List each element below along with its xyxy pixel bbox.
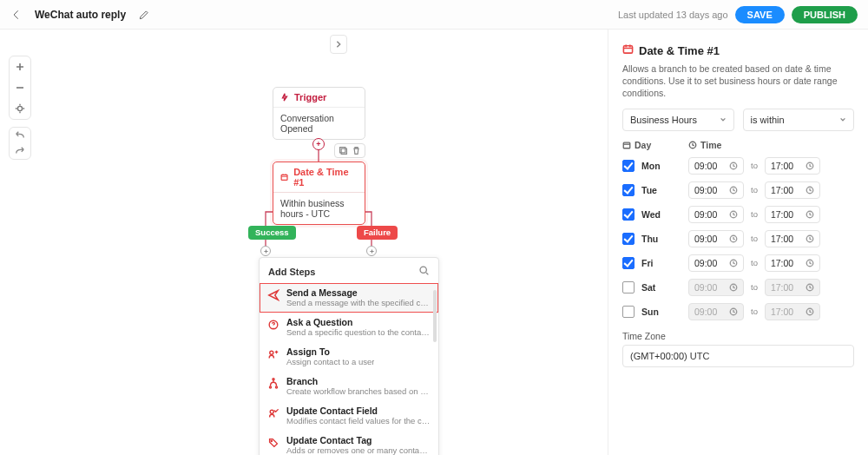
day-row: Sat 09:00 to 17:00 <box>622 275 854 300</box>
node-toolbar <box>334 143 365 158</box>
operator-select-value: is within <box>751 115 785 125</box>
delete-node-icon[interactable] <box>352 146 361 155</box>
time-to-input[interactable]: 17:00 <box>765 157 820 175</box>
branch-success-plus-icon[interactable] <box>260 246 271 256</box>
svg-rect-1 <box>341 148 346 154</box>
step-option[interactable]: Update Contact Tag Adds or removes one o… <box>260 431 438 455</box>
day-checkbox[interactable] <box>622 306 635 318</box>
step-icon <box>266 436 279 449</box>
calendar-icon <box>622 43 634 57</box>
calendar-icon <box>622 141 631 149</box>
svg-point-10 <box>270 410 273 413</box>
undo-button[interactable] <box>10 128 30 143</box>
svg-point-11 <box>271 440 272 441</box>
time-to-input[interactable]: 17:00 <box>765 254 820 272</box>
to-label: to <box>751 307 758 316</box>
last-updated-text: Last updated 13 days ago <box>618 10 728 20</box>
collapse-panel-button[interactable] <box>330 35 347 54</box>
step-icon <box>266 406 279 419</box>
day-checkbox[interactable] <box>622 208 635 221</box>
day-checkbox[interactable] <box>622 160 635 172</box>
copy-node-icon[interactable] <box>339 146 348 155</box>
publish-button[interactable]: PUBLISH <box>792 6 858 23</box>
timezone-value: (GMT+00:00) UTC <box>630 351 709 361</box>
history-toolbar <box>9 127 31 160</box>
time-to-input[interactable]: 17:00 <box>765 230 820 247</box>
timezone-label: Time Zone <box>622 331 854 341</box>
zoom-out-button[interactable] <box>10 77 30 98</box>
day-name: Tue <box>641 185 688 195</box>
branch-failure-badge: Failure <box>357 226 398 240</box>
step-title: Assign To <box>286 346 374 357</box>
chevron-down-icon <box>720 115 727 125</box>
time-from-input[interactable]: 09:00 <box>688 206 744 223</box>
node-trigger-body: Conversation Opened <box>273 107 365 139</box>
step-option[interactable]: Branch Create workflow branches based on… <box>260 372 438 401</box>
to-label: to <box>751 161 758 170</box>
chevron-down-icon <box>839 115 846 125</box>
timezone-select[interactable]: (GMT+00:00) UTC <box>622 345 854 367</box>
svg-rect-2 <box>340 148 345 153</box>
svg-point-8 <box>275 386 277 387</box>
step-description: Create workflow branches based on condit… <box>286 386 431 396</box>
top-bar: WeChat auto reply Last updated 13 days a… <box>0 0 868 30</box>
day-checkbox[interactable] <box>622 257 635 269</box>
node-datetime[interactable]: Date & Time #1 Within business hours - U… <box>273 162 365 225</box>
time-from-input[interactable]: 09:00 <box>688 157 744 175</box>
node-trigger[interactable]: Trigger Conversation Opened <box>273 87 365 140</box>
canvas[interactable]: Trigger Conversation Opened Date & Time … <box>0 30 608 455</box>
time-from-input[interactable]: 09:00 <box>688 181 744 199</box>
scrollbar-thumb[interactable] <box>433 290 437 342</box>
add-steps-title: Add Steps <box>268 267 315 277</box>
schedule-header: Day Time <box>622 140 854 154</box>
clock-icon <box>688 141 697 149</box>
step-description: Modifies contact field values for the co… <box>286 416 431 425</box>
step-option[interactable]: Update Contact Field Modifies contact fi… <box>260 401 438 431</box>
workflow-title: WeChat auto reply <box>35 9 126 21</box>
day-name: Fri <box>641 258 688 268</box>
node-datetime-body: Within business hours - UTC <box>273 192 365 224</box>
zoom-in-button[interactable] <box>10 56 30 77</box>
time-from-input[interactable]: 09:00 <box>688 254 744 272</box>
time-to-input[interactable]: 17:00 <box>765 206 820 223</box>
day-name: Mon <box>641 161 688 171</box>
step-icon <box>266 377 279 390</box>
save-button[interactable]: SAVE <box>735 6 785 23</box>
mode-select-value: Business Hours <box>630 115 697 125</box>
search-icon[interactable] <box>418 265 430 278</box>
step-title: Branch <box>286 376 431 386</box>
step-description: Send a message with the specified conten… <box>286 298 431 307</box>
step-option[interactable]: Ask a Question Send a specific question … <box>260 313 438 342</box>
svg-point-6 <box>269 351 273 354</box>
mode-select[interactable]: Business Hours <box>622 109 734 131</box>
day-checkbox[interactable] <box>622 281 635 293</box>
time-to-input[interactable]: 17:00 <box>765 181 820 199</box>
day-row: Thu 09:00 to 17:00 <box>622 227 854 251</box>
back-icon[interactable] <box>10 9 23 21</box>
operator-select[interactable]: is within <box>743 109 855 131</box>
day-checkbox[interactable] <box>622 233 635 245</box>
edit-title-icon[interactable] <box>138 9 150 21</box>
day-row: Fri 09:00 to 17:00 <box>622 251 854 275</box>
add-step-plus-icon[interactable] <box>312 138 325 150</box>
step-title: Update Contact Field <box>286 406 431 416</box>
step-option[interactable]: Assign To Assign contact to a user <box>260 342 438 372</box>
day-checkbox[interactable] <box>622 184 635 196</box>
step-option[interactable]: Send a Message Send a message with the s… <box>260 283 438 313</box>
day-row: Sun 09:00 to 17:00 <box>622 300 854 324</box>
svg-rect-13 <box>623 142 630 148</box>
fit-view-button[interactable] <box>10 98 30 119</box>
bolt-icon <box>280 93 289 102</box>
step-description: Assign contact to a user <box>286 357 374 366</box>
branch-success-badge: Success <box>248 226 296 240</box>
time-column-label: Time <box>700 140 721 150</box>
day-name: Thu <box>641 234 688 244</box>
time-from-input[interactable]: 09:00 <box>688 230 744 247</box>
panel-description: Allows a branch to be created based on d… <box>622 63 854 100</box>
svg-point-7 <box>269 386 271 387</box>
node-trigger-title: Trigger <box>294 92 326 102</box>
svg-point-0 <box>17 106 22 110</box>
step-icon <box>266 318 279 331</box>
branch-failure-plus-icon[interactable] <box>366 246 377 256</box>
redo-button[interactable] <box>10 143 30 159</box>
